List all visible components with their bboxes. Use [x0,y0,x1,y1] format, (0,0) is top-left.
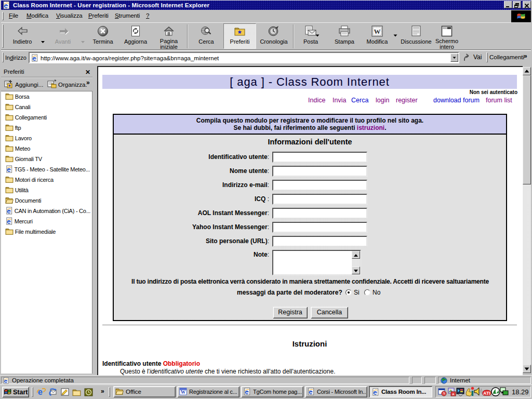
svg-text:W: W [181,390,186,395]
svg-text:ATI: ATI [483,391,490,396]
svg-text:e: e [38,388,43,396]
svg-text:W: W [374,28,381,35]
svg-text:A: A [452,393,455,396]
